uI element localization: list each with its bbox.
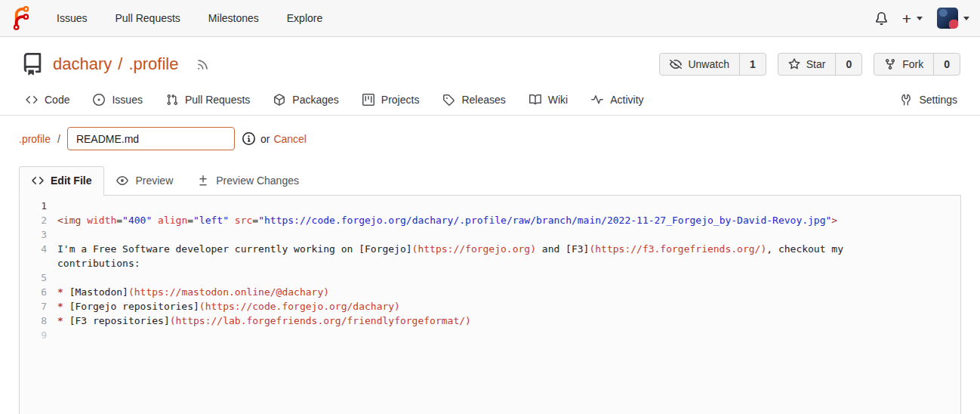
- editor-line[interactable]: 8* [F3 repositories](https://lab.forgefr…: [20, 314, 960, 328]
- star-icon: [788, 58, 800, 70]
- rss-icon: [196, 58, 209, 71]
- unwatch-label: Unwatch: [688, 58, 729, 70]
- editor-line[interactable]: 7* [Forgejo repositories](https://code.f…: [20, 299, 960, 314]
- editor-line[interactable]: 2<img width="400" align="left" src="http…: [20, 213, 960, 227]
- cancel-link[interactable]: Cancel: [273, 133, 307, 145]
- line-code: [57, 328, 960, 342]
- repo-tab-issues[interactable]: Issues: [93, 94, 142, 106]
- editor-line[interactable]: 6* [Mastodon](https://mastodon.online/@d…: [20, 285, 960, 299]
- repo-tab-releases[interactable]: Releases: [442, 94, 505, 106]
- book-icon: [529, 94, 541, 106]
- file-edit-page: .profile / or Cancel Edit FilePreviewPre…: [0, 127, 980, 414]
- navbar-link-milestones[interactable]: Milestones: [208, 12, 259, 24]
- repo-title-separator: /: [118, 54, 122, 74]
- tools-icon: [900, 94, 912, 106]
- editor-line[interactable]: 4I'm a Free Software developer currently…: [20, 242, 960, 270]
- code-editor[interactable]: 12<img width="400" align="left" src="htt…: [19, 195, 961, 414]
- line-number: 4: [20, 242, 57, 270]
- rss-button[interactable]: [196, 58, 209, 71]
- filename-input[interactable]: [67, 127, 235, 150]
- repo-header: dachary / .profile Unwatch1Star0Fork0: [0, 37, 980, 85]
- repo-icon: [21, 53, 44, 76]
- user-menu[interactable]: [937, 8, 969, 29]
- unwatch-button-group: Unwatch1: [659, 53, 766, 76]
- repo-tab-bar: CodeIssuesPull RequestsPackagesProjectsR…: [0, 85, 980, 116]
- repo-tab-code[interactable]: Code: [26, 94, 69, 106]
- package-icon: [273, 94, 285, 106]
- info-icon[interactable]: [242, 132, 255, 145]
- navbar-link-explore[interactable]: Explore: [287, 12, 322, 24]
- navbar-link-issues[interactable]: Issues: [57, 12, 87, 24]
- editor-tab-preview-changes[interactable]: Preview Changes: [185, 167, 311, 195]
- repo-tab-label: Projects: [381, 94, 420, 106]
- line-code: <img width="400" align="left" src="https…: [57, 213, 960, 227]
- repo-name-link[interactable]: .profile: [128, 54, 178, 74]
- repo-tab-activity[interactable]: Activity: [591, 94, 643, 106]
- bell-icon: [875, 12, 888, 25]
- repo-tab-projects[interactable]: Projects: [362, 94, 420, 106]
- repo-tab-pull-requests[interactable]: Pull Requests: [166, 94, 250, 106]
- fork-button-group: Fork0: [874, 53, 960, 76]
- navbar-right: +: [875, 8, 969, 29]
- create-new-menu[interactable]: +: [902, 11, 923, 26]
- line-number: 8: [20, 314, 57, 328]
- repo-tab-label: Code: [45, 94, 69, 106]
- fork-label: Fork: [902, 58, 923, 70]
- fork-button[interactable]: Fork: [874, 54, 933, 75]
- repo-title: dachary / .profile: [53, 54, 178, 74]
- star-count[interactable]: 0: [835, 54, 861, 75]
- project-icon: [362, 94, 374, 106]
- code-icon: [32, 175, 44, 187]
- line-code: * [Forgejo repositories](https://code.fo…: [57, 299, 960, 314]
- tab-settings[interactable]: Settings: [900, 94, 957, 106]
- notifications-button[interactable]: [875, 12, 888, 25]
- editor-body: 12<img width="400" align="left" src="htt…: [20, 199, 960, 342]
- editor-line[interactable]: 5: [20, 270, 960, 285]
- editor-tab-label: Edit File: [51, 175, 91, 187]
- line-code: I'm a Free Software developer currently …: [57, 242, 960, 270]
- line-number: 1: [20, 199, 57, 213]
- plus-icon: +: [902, 11, 911, 26]
- star-button[interactable]: Star: [778, 54, 836, 75]
- line-code: [57, 199, 960, 213]
- eye-closed-icon: [670, 58, 682, 70]
- line-code: [57, 270, 960, 285]
- settings-label: Settings: [919, 94, 957, 106]
- avatar: [937, 8, 958, 29]
- editor-tab-edit-file[interactable]: Edit File: [19, 166, 104, 196]
- line-number: 9: [20, 328, 57, 342]
- editor-tab-preview[interactable]: Preview: [104, 167, 185, 195]
- eye-icon: [116, 175, 128, 187]
- repo-tab-label: Releases: [461, 94, 505, 106]
- repo-tab-wiki[interactable]: Wiki: [529, 94, 568, 106]
- editor-line[interactable]: 9: [20, 328, 960, 342]
- repo-icon: [21, 53, 44, 76]
- fork-count[interactable]: 0: [933, 54, 960, 75]
- editor-tab-label: Preview Changes: [216, 175, 299, 187]
- line-code: [57, 227, 960, 242]
- editor-line[interactable]: 1: [20, 199, 960, 213]
- editor-tab-label: Preview: [135, 175, 173, 187]
- star-button-group: Star0: [778, 53, 862, 76]
- issue-icon: [93, 94, 105, 106]
- repo-tab-packages[interactable]: Packages: [273, 94, 338, 106]
- top-navbar: IssuesPull RequestsMilestonesExplore +: [0, 0, 980, 37]
- breadcrumb: .profile / or Cancel: [19, 127, 961, 150]
- home-logo-link[interactable]: [9, 6, 33, 30]
- navbar-link-pull-requests[interactable]: Pull Requests: [115, 12, 180, 24]
- fork-icon: [884, 58, 896, 70]
- editor-tabs: Edit FilePreviewPreview Changes: [19, 166, 961, 195]
- repo-owner-link[interactable]: dachary: [53, 54, 112, 74]
- breadcrumb-dir-link[interactable]: .profile: [19, 133, 51, 145]
- caret-down-icon: [917, 17, 923, 23]
- unwatch-count[interactable]: 1: [739, 54, 766, 75]
- forgejo-logo-icon: [9, 6, 33, 30]
- line-number: 5: [20, 270, 57, 285]
- diff-icon: [197, 175, 209, 187]
- editor-line[interactable]: 3: [20, 227, 960, 242]
- unwatch-button[interactable]: Unwatch: [660, 54, 738, 75]
- line-code: * [Mastodon](https://mastodon.online/@da…: [57, 285, 960, 299]
- line-number: 3: [20, 227, 57, 242]
- code-icon: [26, 94, 38, 106]
- repo-tab-label: Pull Requests: [185, 94, 250, 106]
